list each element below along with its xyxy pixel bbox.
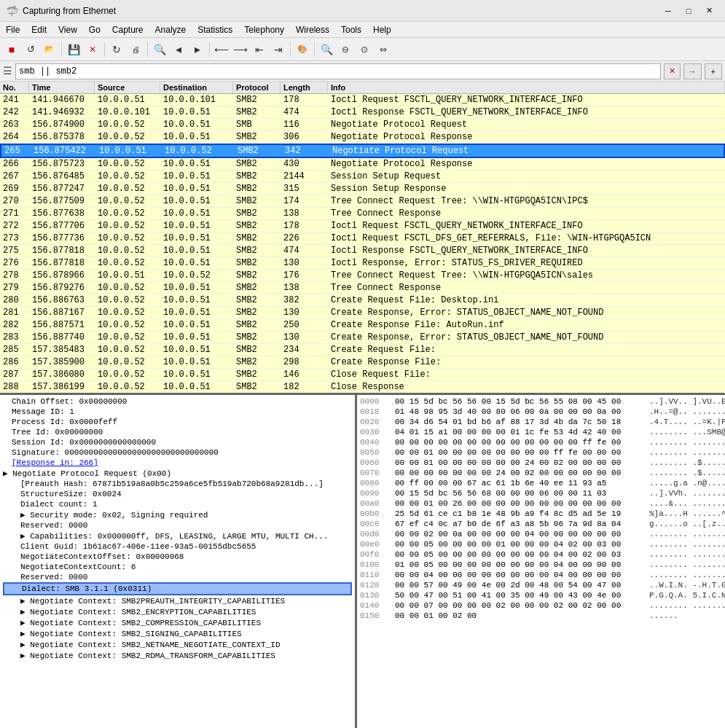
- detail-line[interactable]: NegotiateContextOffset: 0x00000068: [3, 552, 352, 562]
- table-row[interactable]: 264156.87537810.0.0.5210.0.0.51SMB2306Ne…: [0, 131, 725, 144]
- detail-line[interactable]: Reserved: 0000: [3, 572, 352, 582]
- table-row[interactable]: 272156.87770610.0.0.5210.0.0.51SMB2178Io…: [0, 220, 725, 232]
- menu-item-edit[interactable]: Edit: [26, 22, 52, 37]
- table-row[interactable]: 283156.88774010.0.0.5210.0.0.51SMB2130Cr…: [0, 332, 725, 344]
- table-row[interactable]: 265156.87542210.0.0.5110.0.0.52SMB2342Ne…: [0, 144, 725, 158]
- detail-line[interactable]: ▶ Negotiate Context: SMB2_ENCRYPTION_CAP…: [3, 606, 352, 617]
- detail-line[interactable]: StructureSize: 0x0024: [3, 489, 352, 499]
- print-button[interactable]: 🖨: [127, 41, 144, 58]
- close-button[interactable]: ✕: [699, 4, 719, 18]
- table-row[interactable]: 285157.38548310.0.0.5210.0.0.51SMB2234Cr…: [0, 344, 725, 356]
- table-row[interactable]: 276156.87781810.0.0.5210.0.0.51SMB2130Io…: [0, 257, 725, 270]
- hex-pane[interactable]: 000000 15 5d bc 56 56 00 15 5d bc 56 55 …: [357, 395, 725, 728]
- packet-cell: Create Response, Error: STATUS_OBJECT_NA…: [328, 307, 725, 318]
- table-row[interactable]: 273156.87773610.0.0.5210.0.0.51SMB2226Io…: [0, 232, 725, 245]
- detail-line[interactable]: Dialect count: 1: [3, 499, 352, 509]
- clear-filter-button[interactable]: ✕: [664, 63, 681, 79]
- packet-cell: 10.0.0.52: [95, 381, 160, 393]
- packet-cell: Ioctl Request FSCTL_DFS_GET_REFERRALS, F…: [328, 232, 725, 244]
- detail-line[interactable]: ▶ Negotiate Context: SMB2_RDMA_TRANSFORM…: [3, 650, 352, 661]
- detail-line[interactable]: Tree Id: 0x00000000: [3, 427, 352, 437]
- table-row[interactable]: 242141.94693210.0.0.10110.0.0.51SMB2474I…: [0, 106, 725, 119]
- reload-button[interactable]: ↻: [108, 41, 125, 58]
- packet-cell: 2144: [281, 171, 328, 182]
- go-back-button[interactable]: ⟵: [213, 41, 230, 58]
- add-expression-button[interactable]: +: [705, 63, 722, 79]
- packet-list[interactable]: No. Time Source Destination Protocol Len…: [0, 82, 725, 395]
- apply-filter-button[interactable]: →: [683, 63, 702, 79]
- table-row[interactable]: 286157.38590010.0.0.5210.0.0.51SMB2298Cr…: [0, 356, 725, 369]
- detail-line[interactable]: NegotiateContextCount: 6: [3, 562, 352, 572]
- find-prev-button[interactable]: ◂: [170, 41, 187, 58]
- detail-line[interactable]: Client Guid: 1b61ac67-406e-11ee-93a5-001…: [3, 541, 352, 552]
- menu-item-telephony[interactable]: Telephony: [238, 22, 290, 37]
- minimize-button[interactable]: ─: [658, 4, 678, 18]
- menu-item-go[interactable]: Go: [83, 22, 106, 37]
- table-row[interactable]: 281156.88716710.0.0.5210.0.0.51SMB2130Cr…: [0, 307, 725, 319]
- table-row[interactable]: 279156.87927610.0.0.5210.0.0.51SMB2138Tr…: [0, 282, 725, 294]
- packet-cell: Ioctl Response, Error: STATUS_FS_DRIVER_…: [328, 257, 725, 269]
- menu-item-help[interactable]: Help: [367, 22, 397, 37]
- resize-columns-button[interactable]: ⇔: [375, 41, 392, 58]
- detail-line[interactable]: ▶ Negotiate Context: SMB2PREAUTH_INTEGRI…: [3, 595, 352, 606]
- close-file-button[interactable]: ✕: [84, 41, 101, 58]
- table-row[interactable]: 266156.87572310.0.0.5210.0.0.51SMB2430Ne…: [0, 158, 725, 171]
- colorize-button[interactable]: 🎨: [294, 41, 311, 58]
- table-row[interactable]: 278156.87896610.0.0.5110.0.0.52SMB2176Tr…: [0, 270, 725, 282]
- table-row[interactable]: 288157.38619910.0.0.5210.0.0.51SMB2182Cl…: [0, 381, 725, 394]
- go-forward-button[interactable]: ⟶: [232, 41, 249, 58]
- find-next-button[interactable]: ▸: [189, 41, 206, 58]
- detail-line[interactable]: Chain Offset: 0x00000000: [3, 396, 352, 407]
- go-first-button[interactable]: ⇤: [251, 41, 268, 58]
- detail-line[interactable]: ▶ Security mode: 0x02, Signing required: [3, 509, 352, 520]
- maximize-button[interactable]: □: [678, 4, 699, 18]
- go-last-button[interactable]: ⇥: [270, 41, 287, 58]
- detail-line[interactable]: ▶ Negotiate Context: SMB2_COMPRESSION_CA…: [3, 617, 352, 628]
- table-row[interactable]: 269156.87724710.0.0.5210.0.0.51SMB2315Se…: [0, 183, 725, 195]
- detail-line[interactable]: Process Id: 0x0000feff: [3, 417, 352, 427]
- table-row[interactable]: 282156.88757110.0.0.5210.0.0.51SMB2250Cr…: [0, 319, 725, 332]
- detail-link[interactable]: [Response in: 266]: [12, 458, 98, 467]
- detail-line[interactable]: Message ID: 1: [3, 407, 352, 417]
- filter-input[interactable]: [15, 63, 661, 79]
- table-row[interactable]: 267156.87648510.0.0.5210.0.0.51SMB22144S…: [0, 171, 725, 183]
- open-file-button[interactable]: 📂: [41, 41, 58, 58]
- detail-line[interactable]: Session Id: 0x0000000000000000: [3, 437, 352, 447]
- table-row[interactable]: 280156.88676310.0.0.5210.0.0.51SMB2382Cr…: [0, 294, 725, 307]
- table-row[interactable]: 271156.87763810.0.0.5210.0.0.51SMB2138Tr…: [0, 208, 725, 220]
- save-file-button[interactable]: 💾: [65, 41, 82, 58]
- detail-line[interactable]: Signature: 00000000000000000000000000000…: [3, 447, 352, 458]
- find-packet-button[interactable]: 🔍: [151, 41, 168, 58]
- detail-line[interactable]: ▶ Capabilities: 0x000000ff, DFS, LEASING…: [3, 531, 352, 541]
- table-row[interactable]: 263156.87490010.0.0.5210.0.0.51SMB116Neg…: [0, 119, 725, 131]
- hex-offset: 0050: [360, 448, 389, 457]
- hex-row: 014000 00 07 00 00 00 00 02 00 00 00 02 …: [360, 600, 722, 611]
- detail-pane[interactable]: Chain Offset: 0x00000000Message ID: 1Pro…: [0, 395, 357, 728]
- detail-line[interactable]: ▶ Negotiate Context: SMB2_SIGNING_CAPABI…: [3, 628, 352, 639]
- detail-line[interactable]: Dialect: SMB 3.1.1 (0x0311): [3, 582, 352, 595]
- menu-item-file[interactable]: File: [0, 22, 26, 37]
- detail-line[interactable]: [Preauth Hash: 67871b519a8a0b5c259a6ce5f…: [3, 479, 352, 489]
- packet-cell: Close Response: [328, 381, 725, 393]
- restart-capture-button[interactable]: ↺: [22, 41, 39, 58]
- detail-line[interactable]: Reserved: 0000: [3, 520, 352, 531]
- detail-line[interactable]: [Response in: 266]: [3, 458, 352, 468]
- menu-item-analyze[interactable]: Analyze: [149, 22, 192, 37]
- zoom-out-button[interactable]: ⊖: [337, 41, 354, 58]
- packet-cell: SMB2: [233, 106, 281, 118]
- table-row[interactable]: 287157.38608010.0.0.5210.0.0.51SMB2146Cl…: [0, 369, 725, 381]
- detail-line[interactable]: ▶ Negotiate Protocol Request (0x00): [3, 468, 352, 479]
- menu-item-capture[interactable]: Capture: [106, 22, 149, 37]
- zoom-in-button[interactable]: 🔍: [318, 41, 335, 58]
- stop-capture-button[interactable]: ■: [3, 41, 20, 58]
- hex-row: 00b025 5d 61 ce c1 b8 1e 48 9b a9 f4 8c …: [360, 509, 722, 519]
- table-row[interactable]: 270156.87750910.0.0.5210.0.0.51SMB2174Tr…: [0, 195, 725, 208]
- menu-item-view[interactable]: View: [52, 22, 83, 37]
- table-row[interactable]: 275156.87781810.0.0.5210.0.0.51SMB2474Io…: [0, 245, 725, 257]
- menu-item-wireless[interactable]: Wireless: [290, 22, 335, 37]
- menu-item-statistics[interactable]: Statistics: [192, 22, 238, 37]
- table-row[interactable]: 241141.94667010.0.0.5110.0.0.101SMB2178I…: [0, 94, 725, 106]
- menu-item-tools[interactable]: Tools: [335, 22, 367, 37]
- detail-line[interactable]: ▶ Negotiate Context: SMB2_NETNAME_NEGOTI…: [3, 639, 352, 650]
- zoom-normal-button[interactable]: ⊙: [356, 41, 373, 58]
